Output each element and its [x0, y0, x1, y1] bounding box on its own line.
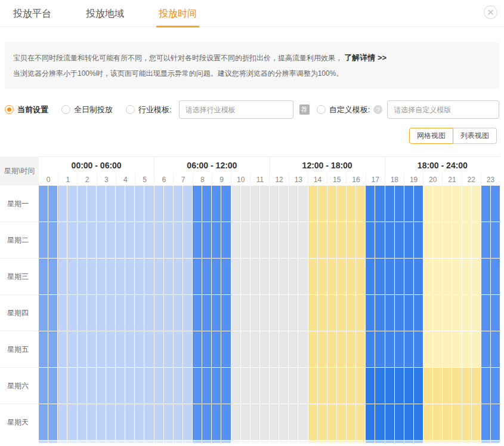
time-cell[interactable]	[337, 331, 346, 367]
time-cell[interactable]	[491, 331, 500, 367]
time-cell[interactable]	[183, 368, 192, 404]
time-cell[interactable]	[452, 186, 461, 222]
time-cell[interactable]	[318, 331, 327, 367]
time-cell[interactable]	[395, 259, 404, 294]
time-cell[interactable]	[481, 295, 490, 331]
time-cell[interactable]	[202, 259, 211, 294]
time-cell[interactable]	[279, 331, 288, 367]
time-cell[interactable]	[318, 404, 327, 440]
time-cell[interactable]	[174, 404, 183, 440]
time-cell[interactable]	[289, 368, 298, 404]
time-cell[interactable]	[347, 368, 355, 404]
time-cell[interactable]	[97, 222, 106, 258]
time-cell[interactable]	[260, 404, 269, 440]
time-cell[interactable]	[423, 404, 432, 440]
time-cell[interactable]	[375, 186, 384, 222]
time-cell[interactable]	[491, 222, 500, 258]
time-cell[interactable]	[337, 368, 346, 404]
time-cell[interactable]	[270, 222, 279, 258]
time-cell[interactable]	[404, 222, 413, 258]
time-cell[interactable]	[308, 295, 317, 331]
time-cell[interactable]	[67, 404, 76, 440]
time-cell[interactable]	[366, 295, 375, 331]
time-cell[interactable]	[366, 331, 375, 367]
time-cell[interactable]	[452, 259, 461, 294]
time-cell[interactable]	[385, 222, 394, 258]
learn-more-link[interactable]: 了解详情 >>	[344, 53, 386, 62]
time-cell[interactable]	[116, 295, 125, 331]
time-cell[interactable]	[260, 368, 269, 404]
time-cell[interactable]	[404, 295, 413, 331]
time-cell[interactable]	[154, 368, 163, 404]
time-cell[interactable]	[183, 404, 192, 440]
time-cell[interactable]	[414, 222, 423, 258]
time-cell[interactable]	[270, 186, 279, 222]
time-cell[interactable]	[375, 368, 384, 404]
time-cell[interactable]	[404, 404, 413, 440]
time-cell[interactable]	[193, 331, 202, 367]
time-cell[interactable]	[433, 368, 442, 404]
time-cell[interactable]	[472, 295, 481, 331]
time-cell[interactable]	[58, 331, 67, 367]
time-cell[interactable]	[260, 222, 269, 258]
time-cell[interactable]	[433, 222, 442, 258]
time-cell[interactable]	[375, 222, 384, 258]
time-cell[interactable]	[356, 259, 365, 294]
time-cell[interactable]	[212, 331, 221, 367]
tab-region[interactable]: 投放地域	[86, 0, 124, 27]
time-cell[interactable]	[39, 368, 48, 404]
time-cell[interactable]	[385, 259, 394, 294]
time-cell[interactable]	[385, 331, 394, 367]
time-cell[interactable]	[125, 222, 134, 258]
time-cell[interactable]	[212, 222, 221, 258]
time-cell[interactable]	[270, 331, 279, 367]
time-cell[interactable]	[221, 295, 230, 331]
time-cell[interactable]	[231, 222, 240, 258]
time-cell[interactable]	[144, 222, 153, 258]
time-cell[interactable]	[183, 222, 192, 258]
list-view-button[interactable]: 列表视图	[453, 128, 497, 144]
time-cell[interactable]	[279, 368, 288, 404]
time-cell[interactable]	[289, 222, 298, 258]
time-cell[interactable]	[193, 222, 202, 258]
time-cell[interactable]	[385, 295, 394, 331]
time-cell[interactable]	[347, 404, 355, 440]
time-cell[interactable]	[289, 295, 298, 331]
time-cell[interactable]	[414, 186, 423, 222]
time-cell[interactable]	[164, 222, 173, 258]
time-cell[interactable]	[452, 404, 461, 440]
time-cell[interactable]	[97, 404, 106, 440]
time-cell[interactable]	[39, 222, 48, 258]
time-cell[interactable]	[164, 186, 173, 222]
time-cell[interactable]	[270, 295, 279, 331]
time-cell[interactable]	[221, 222, 230, 258]
time-cell[interactable]	[67, 259, 76, 294]
time-cell[interactable]	[135, 259, 144, 294]
time-cell[interactable]	[202, 331, 211, 367]
time-cell[interactable]	[491, 368, 500, 404]
time-cell[interactable]	[87, 259, 96, 294]
time-cell[interactable]	[356, 368, 365, 404]
time-cell[interactable]	[78, 259, 86, 294]
time-cell[interactable]	[298, 222, 307, 258]
time-cell[interactable]	[260, 186, 269, 222]
time-cell[interactable]	[385, 368, 394, 404]
time-cell[interactable]	[472, 222, 481, 258]
time-cell[interactable]	[366, 186, 375, 222]
time-cell[interactable]	[356, 404, 365, 440]
help-icon[interactable]: ?	[373, 105, 382, 114]
time-cell[interactable]	[347, 186, 355, 222]
time-cell[interactable]	[231, 368, 240, 404]
time-cell[interactable]	[106, 404, 115, 440]
time-cell[interactable]	[308, 259, 317, 294]
time-cell[interactable]	[39, 259, 48, 294]
time-cell[interactable]	[270, 368, 279, 404]
time-cell[interactable]	[366, 368, 375, 404]
time-cell[interactable]	[241, 295, 250, 331]
time-cell[interactable]	[327, 222, 336, 258]
time-cell[interactable]	[289, 404, 298, 440]
time-cell[interactable]	[67, 295, 76, 331]
close-icon[interactable]: ✕	[484, 5, 497, 19]
time-cell[interactable]	[183, 259, 192, 294]
time-cell[interactable]	[202, 368, 211, 404]
